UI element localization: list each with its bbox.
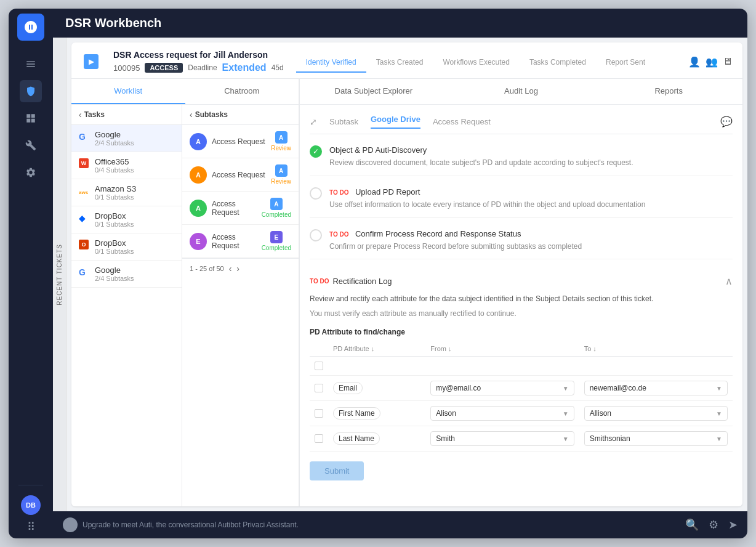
header-icons: 👤 👥 🖥 (688, 56, 733, 68)
detail-tab-google-drive[interactable]: Google Drive (371, 115, 420, 129)
from-select-lastname[interactable]: Smith ▼ (430, 431, 574, 446)
main-area: DSR Workbench RECENT TICKETS ▶ (53, 9, 747, 538)
subtask-status-1: Review (271, 145, 291, 152)
rectification-collapse-icon[interactable]: ∧ (725, 275, 733, 287)
subtasks-label: Subtasks (195, 110, 228, 119)
tab-reports[interactable]: Reports (595, 79, 742, 104)
from-value-firstname: Alison (436, 409, 456, 418)
row-checkbox-header[interactable] (315, 362, 323, 370)
to-select-lastname[interactable]: Smithsonian ▼ (584, 431, 728, 446)
filter-action-icon[interactable]: ⚙ (709, 518, 718, 532)
from-select-email[interactable]: my@email.co ▼ (430, 381, 574, 395)
from-select-arrow-lastname: ▼ (563, 436, 569, 442)
tab-audit-log[interactable]: Audit Log (448, 79, 595, 104)
google2-logo-icon: G (79, 267, 91, 279)
sidebar-menu-icon[interactable] (20, 53, 42, 75)
col-from: From ↓ (425, 341, 579, 357)
to-select-email[interactable]: newemail@co.de ▼ (584, 381, 728, 395)
progress-tab-report-sent[interactable]: Report Sent (596, 53, 655, 73)
toggle-panel-button[interactable]: ▶ (84, 54, 99, 69)
comment-icon[interactable]: 💬 (720, 116, 733, 128)
rectification-section: TO DO Rectification Log ∧ Review and rec… (310, 269, 733, 480)
subtask-badge-1: A (275, 131, 288, 144)
to-select-firstname[interactable]: Allison ▼ (584, 406, 728, 421)
subtask-label-2: Access Request (212, 171, 266, 179)
progress-tab-workflows-executed[interactable]: Workflows Executed (433, 53, 520, 73)
from-select-arrow-firstname: ▼ (563, 410, 569, 417)
user-avatar[interactable]: DB (21, 495, 41, 515)
subtask-item-4[interactable]: E Access Request E Completed (182, 225, 299, 258)
task-subtask-count: 2/4 Subtasks (95, 139, 174, 147)
row-checkbox-email[interactable] (315, 384, 323, 392)
rectification-header[interactable]: TO DO Rectification Log ∧ (310, 269, 733, 293)
expand-icon[interactable]: ⤢ (310, 117, 317, 127)
progress-tab-tasks-created[interactable]: Tasks Created (366, 53, 433, 73)
search-action-icon[interactable]: 🔍 (685, 518, 699, 532)
tasks-back-button[interactable]: ‹ (79, 110, 82, 120)
task-item-dropbox-2[interactable]: O DropBox 0/1 Subtasks (71, 233, 182, 261)
bottom-bar: Upgrade to meet Auti, the conversational… (53, 511, 747, 538)
from-select-firstname[interactable]: Alison ▼ (430, 406, 574, 421)
task-item-google-1[interactable]: G Google 2/4 Subtasks (71, 125, 182, 152)
progress-tab-tasks-completed[interactable]: Tasks Completed (520, 53, 596, 73)
rectification-desc: Review and rectify each attribute for th… (310, 293, 733, 304)
pagination-next-button[interactable]: › (236, 264, 239, 274)
task-item-amazon-s3[interactable]: aws Amazon S3 0/1 Subtasks (71, 179, 182, 206)
sidebar-grid-icon[interactable] (20, 107, 42, 129)
sidebar-gear-icon[interactable] (20, 161, 42, 184)
tab-worklist[interactable]: Worklist (71, 79, 185, 104)
attr-tag-firstname: First Name (333, 407, 380, 419)
detail-tab-subtask[interactable]: Subtask (329, 117, 358, 126)
pagination-prev-button[interactable]: ‹ (229, 264, 232, 274)
task-detail-panel: ⤢ Subtask Google Drive Access Request 💬 (300, 105, 742, 506)
dropbox2-logo-icon: O (79, 240, 91, 252)
row-checkbox-firstname[interactable] (315, 409, 323, 418)
tab-chatroom[interactable]: Chatroom (185, 79, 299, 104)
task-detail-title-2: Upload PD Report (355, 187, 420, 197)
header-users-icon[interactable]: 👥 (706, 56, 718, 68)
subtask-item-1[interactable]: A Access Request A Review (182, 125, 299, 158)
to-value-firstname: Allison (590, 409, 611, 418)
task-detail-item-2: TO DO Upload PD Report Use offset inform… (310, 186, 733, 218)
rectification-todo-badge: TO DO (310, 278, 329, 285)
dsr-title: DSR Access request for Jill Anderson (113, 50, 268, 60)
arrow-action-icon[interactable]: ➤ (728, 518, 738, 532)
submit-button[interactable]: Submit (310, 461, 364, 480)
chat-bubble-icon (63, 517, 78, 532)
pd-attribute-table: PD Attribute ↓ From ↓ To ↓ (310, 341, 733, 452)
subtasks-header: ‹ Subtasks (182, 105, 299, 125)
task-item-office365[interactable]: W Office365 0/4 Subtasks (71, 152, 182, 179)
header-person-icon[interactable]: 👤 (688, 56, 701, 68)
task-item-dropbox-1[interactable]: ◆ DropBox 0/1 Subtasks (71, 206, 182, 233)
deadline-label: Deadline (188, 63, 217, 72)
pagination: 1 - 25 of 50 ‹ › (182, 258, 299, 278)
header-monitor-icon[interactable]: 🖥 (723, 56, 733, 68)
detail-tab-access-request[interactable]: Access Request (433, 117, 491, 126)
row-checkbox-lastname[interactable] (315, 434, 323, 443)
tab-data-subject-explorer[interactable]: Data Subject Explorer (300, 79, 448, 104)
task-check-empty-icon-2 (310, 187, 322, 200)
top-header: DSR Workbench (53, 9, 747, 38)
progress-tab-identity-verified[interactable]: Identity Verified (296, 53, 366, 73)
recent-tickets-bar[interactable]: RECENT TICKETS (53, 38, 66, 511)
subtask-status-3: Completed (262, 211, 291, 218)
subtasks-back-button[interactable]: ‹ (190, 110, 193, 120)
subtask-avatar-4: E (190, 233, 207, 250)
task-item-google-2[interactable]: G Google 2/4 Subtasks (71, 261, 182, 288)
sidebar-shield-icon[interactable] (20, 80, 42, 102)
dsr-panel: ▶ DSR Access request for Jill Anderson 1… (71, 43, 742, 506)
dsr-id: 100095 (113, 63, 140, 73)
app-logo[interactable] (17, 14, 44, 41)
from-select-arrow-email: ▼ (563, 385, 569, 392)
subtask-item-2[interactable]: A Access Request A Review (182, 158, 299, 192)
sidebar-dots-icon[interactable]: ⠿ (27, 520, 35, 533)
task-name: DropBox (95, 211, 174, 221)
subtasks-list: ‹ Subtasks A Access Request (182, 105, 299, 506)
attr-tag-email: Email (333, 382, 363, 394)
subtask-item-3[interactable]: A Access Request A Completed (182, 192, 299, 225)
task-todo-badge-3: TO DO (329, 231, 348, 238)
sidebar-wrench-icon[interactable] (20, 134, 42, 156)
page-title: DSR Workbench (65, 16, 161, 30)
table-row-header (310, 357, 733, 376)
task-detail-desc-2: Use offset information to locate every i… (329, 200, 733, 210)
